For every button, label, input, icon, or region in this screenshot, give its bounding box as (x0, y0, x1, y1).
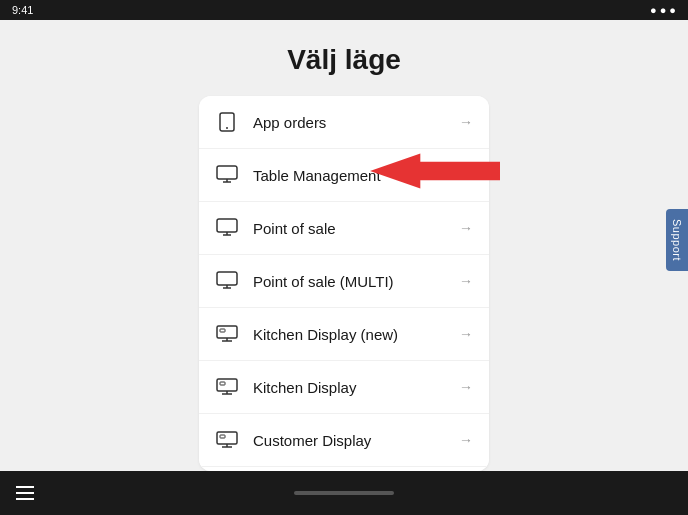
menu-item-kitchen[interactable]: Kitchen Display → (199, 361, 489, 414)
svg-marker-27 (370, 153, 500, 188)
kitchen-icon (215, 322, 239, 346)
hamburger-menu[interactable] (16, 486, 34, 500)
menu-item-label: Customer Display (253, 432, 459, 449)
arrow-icon: → (459, 432, 473, 448)
menu-item-customer-display[interactable]: Customer Display → (199, 414, 489, 467)
status-bar: 9:41 ● ● ● (0, 0, 688, 20)
arrow-icon: → (459, 273, 473, 289)
monitor-icon-3 (215, 269, 239, 293)
monitor-icon-2 (215, 216, 239, 240)
svg-rect-8 (217, 272, 237, 285)
menu-item-label: Kitchen Display (new) (253, 326, 459, 343)
page-title: Välj läge (287, 44, 401, 76)
arrow-icon: → (459, 326, 473, 342)
menu-item-app-orders[interactable]: App orders → (199, 96, 489, 149)
svg-rect-18 (220, 382, 225, 385)
menu-item-pos[interactable]: Point of sale → (199, 202, 489, 255)
svg-rect-14 (220, 329, 225, 332)
customer-display-icon (215, 428, 239, 452)
arrow-icon: → (459, 114, 473, 130)
kitchen-icon-2 (215, 375, 239, 399)
svg-rect-22 (220, 435, 225, 438)
menu-item-label: Point of sale (253, 220, 459, 237)
menu-item-label: App orders (253, 114, 459, 131)
monitor-icon (215, 163, 239, 187)
svg-rect-2 (217, 166, 237, 179)
menu-item-pos-multi[interactable]: Point of sale (MULTI) → (199, 255, 489, 308)
support-tab[interactable]: Support (666, 209, 688, 271)
main-content: Välj läge App orders → Table Man (0, 20, 688, 471)
status-icons: ● ● ● (650, 4, 676, 16)
arrow-icon: → (459, 220, 473, 236)
bottom-bar (0, 471, 688, 515)
menu-item-label: Kitchen Display (253, 379, 459, 396)
tablet-icon (215, 110, 239, 134)
status-time: 9:41 (12, 4, 33, 16)
menu-item-kitchen-new[interactable]: Kitchen Display (new) → (199, 308, 489, 361)
svg-point-1 (226, 127, 228, 129)
svg-rect-5 (217, 219, 237, 232)
arrow-icon: → (459, 379, 473, 395)
home-indicator (294, 491, 394, 495)
red-arrow (370, 152, 500, 190)
menu-item-label: Point of sale (MULTI) (253, 273, 459, 290)
arrow-annotation (370, 152, 500, 190)
